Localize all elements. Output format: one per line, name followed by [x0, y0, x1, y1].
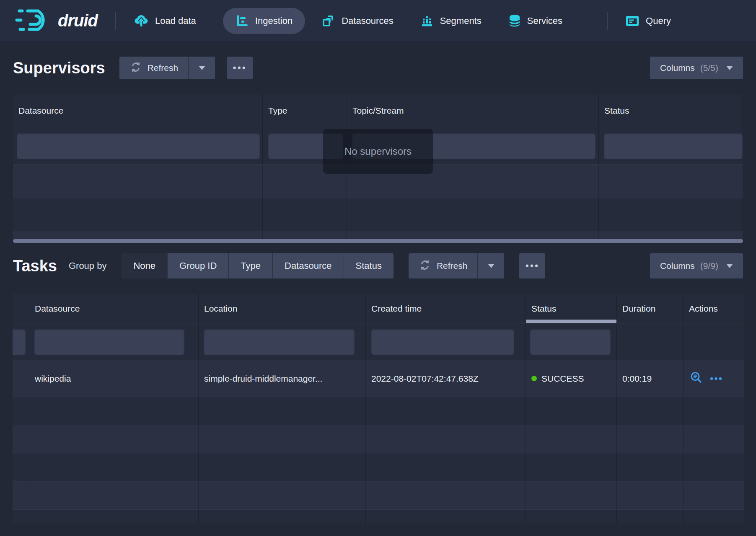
nav-item-segments[interactable]: Segments: [420, 14, 482, 28]
task-details-magnifier-icon[interactable]: [690, 371, 702, 386]
druid-logo-icon: [15, 7, 52, 35]
empty-row: [13, 397, 744, 425]
columns-count: (9/9): [700, 261, 718, 271]
chevron-down-icon: [726, 264, 733, 268]
group-by-datasource[interactable]: Datasource: [273, 253, 344, 278]
tasks-table-header-row: Datasource Location Created time Status …: [13, 294, 744, 323]
supervisors-columns-button[interactable]: Columns (5/5): [650, 57, 743, 79]
column-header-created-time[interactable]: Created time: [366, 294, 526, 323]
group-by-none[interactable]: None: [122, 253, 168, 278]
tasks-table: Datasource Location Created time Status …: [13, 294, 744, 523]
group-by-type[interactable]: Type: [229, 253, 273, 278]
task-actions-more-icon[interactable]: •••: [710, 373, 723, 385]
column-header-type[interactable]: Type: [263, 94, 347, 127]
druid-logo[interactable]: druid: [15, 7, 98, 35]
created-time-cell: 2022-08-02T07:42:47.638Z: [366, 360, 526, 397]
refresh-label: Refresh: [148, 63, 179, 73]
tasks-more-button[interactable]: •••: [519, 253, 545, 278]
group-by-status[interactable]: Status: [344, 253, 394, 278]
cloud-upload-icon: [134, 14, 149, 28]
refresh-label: Refresh: [437, 261, 468, 271]
empty-row: [13, 198, 743, 232]
supervisors-header: Supervisors Refresh: [13, 57, 743, 79]
tasks-header: Tasks Group by None Group ID Type Dataso…: [13, 253, 743, 278]
more-icon: •••: [526, 260, 539, 272]
tasks-refresh-dropdown[interactable]: [477, 253, 504, 278]
chevron-down-icon: [199, 66, 205, 70]
nav-item-label: Load data: [155, 16, 196, 26]
column-header-status[interactable]: Status: [526, 294, 617, 323]
nav-item-services[interactable]: Services: [508, 14, 562, 28]
column-header-status[interactable]: Status: [599, 94, 743, 127]
status-cell: SUCCESS: [526, 360, 617, 397]
column-header-actions[interactable]: Actions: [684, 294, 744, 323]
empty-row: [13, 425, 744, 453]
no-supervisors-overlay: No supervisors: [323, 129, 433, 174]
supervisors-refresh-split: Refresh: [119, 57, 215, 79]
empty-row: [13, 453, 744, 481]
console-icon: [625, 15, 639, 27]
group-by-label: Group by: [69, 260, 107, 271]
status-badge: SUCCESS: [541, 374, 584, 384]
supervisors-table-header-row: Datasource Type Topic/Stream Status: [13, 94, 743, 127]
nav-item-datasources[interactable]: Datasources: [322, 14, 394, 28]
column-header-topic-stream[interactable]: Topic/Stream: [347, 94, 599, 127]
column-header-duration[interactable]: Duration: [617, 294, 684, 323]
location-filter-input[interactable]: [204, 329, 355, 355]
nav-divider: [607, 12, 608, 30]
nav-item-load-data[interactable]: Load data: [134, 14, 196, 28]
refresh-icon: [129, 61, 142, 75]
columns-label: Columns: [660, 261, 695, 271]
columns-label: Columns: [660, 63, 695, 73]
supervisors-refresh-dropdown[interactable]: [188, 57, 215, 79]
created-time-filter-input[interactable]: [371, 329, 514, 355]
supervisors-table: Datasource Type Topic/Stream Status No s…: [13, 94, 743, 239]
column-header-datasource[interactable]: Datasource: [13, 94, 263, 127]
refresh-icon: [419, 259, 431, 273]
task-id-cell: [13, 360, 29, 397]
empty-row: [13, 510, 744, 523]
group-by-button-group: None Group ID Type Datasource Status: [122, 253, 393, 278]
horizontal-scrollbar[interactable]: [13, 239, 743, 243]
supervisors-refresh-button[interactable]: Refresh: [119, 57, 189, 79]
druid-console: druid Load data: [0, 0, 756, 536]
multi-select-icon: [322, 14, 335, 28]
tasks-refresh-split: Refresh: [409, 253, 505, 278]
column-header-datasource[interactable]: Datasource: [29, 294, 199, 323]
nav-divider: [115, 12, 116, 30]
task-id-filter-input[interactable]: [13, 329, 26, 355]
chevron-down-icon: [488, 264, 495, 268]
database-icon: [508, 14, 521, 28]
empty-message: No supervisors: [344, 146, 412, 157]
empty-row: [13, 481, 744, 510]
empty-row: [13, 232, 743, 239]
group-by-group-id[interactable]: Group ID: [168, 253, 229, 278]
status-filter-input[interactable]: [530, 329, 611, 355]
actions-cell: •••: [684, 360, 744, 397]
tasks-columns-button[interactable]: Columns (9/9): [650, 253, 743, 278]
nav-item-ingestion[interactable]: Ingestion: [223, 8, 305, 34]
datasource-filter-input[interactable]: [34, 329, 184, 355]
datasource-cell: wikipedia: [29, 360, 199, 397]
nav-item-label: Segments: [440, 16, 482, 26]
nav-item-label: Services: [527, 16, 562, 26]
column-header-location[interactable]: Location: [199, 294, 366, 323]
gantt-chart-icon: [236, 14, 249, 28]
location-cell: simple-druid-middlemanager...: [199, 360, 366, 397]
task-row-wikipedia: wikipedia simple-druid-middlemanager... …: [13, 360, 744, 397]
more-icon: •••: [233, 62, 247, 74]
logo-wordmark: druid: [58, 11, 98, 30]
column-header-spacer: [13, 294, 29, 323]
datasource-filter-input[interactable]: [17, 133, 260, 159]
nav-item-label: Datasources: [342, 16, 394, 26]
nav-item-label: Ingestion: [255, 16, 293, 26]
supervisors-more-button[interactable]: •••: [227, 57, 253, 79]
status-filter-input[interactable]: [604, 133, 743, 159]
tasks-refresh-button[interactable]: Refresh: [409, 253, 478, 278]
success-status-dot: [531, 376, 537, 381]
duration-cell: 0:00:19: [617, 360, 684, 397]
nav-item-query[interactable]: Query: [625, 15, 671, 27]
supervisors-title: Supervisors: [13, 59, 105, 77]
columns-count: (5/5): [700, 63, 718, 73]
nav-item-label: Query: [646, 16, 671, 26]
